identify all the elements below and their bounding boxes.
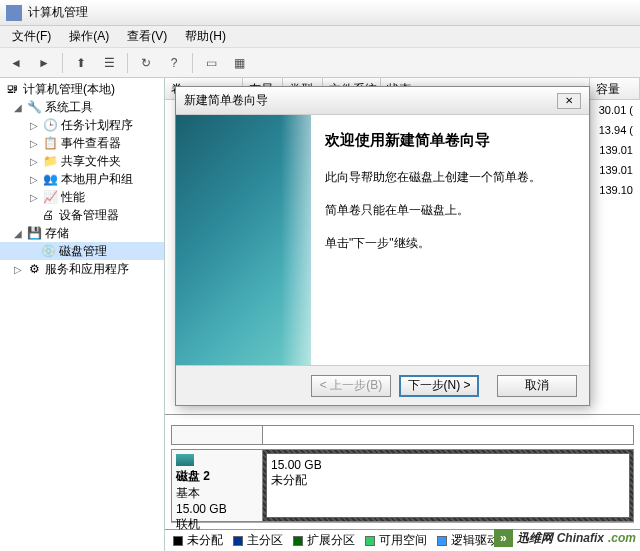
menu-action[interactable]: 操作(A) [61,26,117,47]
tree-label: 本地用户和组 [61,171,133,188]
disk-kind: 基本 [176,486,200,500]
disk-row[interactable]: 磁盘 2 基本 15.00 GB 联机 15.00 GB 未分配 [171,449,634,523]
menubar: 文件(F) 操作(A) 查看(V) 帮助(H) [0,26,640,48]
refresh-icon[interactable]: ↻ [136,53,156,73]
watermark-brand: 迅维网 [517,530,553,547]
capacity-column: 30.01 ( 13.94 ( 139.01 139.01 139.10 [590,100,640,408]
partition-size: 15.00 GB [271,458,322,472]
wizard-titlebar[interactable]: 新建简单卷向导 ✕ [176,87,589,115]
disk-header[interactable]: 磁盘 2 基本 15.00 GB 联机 [171,449,263,522]
forward-icon[interactable]: ► [34,53,54,73]
partition-state: 未分配 [271,473,307,487]
menu-file[interactable]: 文件(F) [4,26,59,47]
close-button[interactable]: ✕ [557,93,581,109]
device-icon: 🖨 [40,207,56,223]
tree-label: 性能 [61,189,85,206]
window-title: 计算机管理 [28,4,88,21]
wizard-content: 欢迎使用新建简单卷向导 此向导帮助您在磁盘上创建一个简单卷。 简单卷只能在单一磁… [311,115,589,365]
separator [62,53,63,73]
swatch-free [365,536,375,546]
collapse-icon[interactable]: ◢ [12,228,23,239]
tree-scheduler[interactable]: ▷🕒任务计划程序 [0,116,164,134]
watermark-arrow-icon: » [494,529,513,547]
tree-systools[interactable]: ◢🔧系统工具 [0,98,164,116]
properties-icon[interactable]: ☰ [99,53,119,73]
back-button[interactable]: < 上一步(B) [311,375,391,397]
watermark-brand: Chinafix [557,531,604,545]
folder-icon: 📁 [42,153,58,169]
menu-help[interactable]: 帮助(H) [177,26,234,47]
tree-label: 系统工具 [45,99,93,116]
next-button[interactable]: 下一步(N) > [399,375,479,397]
toolbar: ◄ ► ⬆ ☰ ↻ ? ▭ ▦ [0,48,640,78]
tree-sharedfolders[interactable]: ▷📁共享文件夹 [0,152,164,170]
tree-storage[interactable]: ◢💾存储 [0,224,164,242]
disk-icon [176,454,194,466]
services-icon: ⚙ [26,261,42,277]
tree-root[interactable]: 🖳计算机管理(本地) [0,80,164,98]
legend-label: 主分区 [247,532,283,549]
new-simple-volume-wizard: 新建简单卷向导 ✕ 欢迎使用新建简单卷向导 此向导帮助您在磁盘上创建一个简单卷。… [175,86,590,406]
detail-icon[interactable]: ▦ [229,53,249,73]
storage-icon: 💾 [26,225,42,241]
expand-icon[interactable]: ▷ [28,174,39,185]
disk-icon: 💿 [40,243,56,259]
up-icon[interactable]: ⬆ [71,53,91,73]
tree-label: 计算机管理(本地) [23,81,115,98]
computer-icon: 🖳 [4,81,20,97]
disk-partition-unallocated[interactable]: 15.00 GB 未分配 [263,449,634,522]
tree-label: 设备管理器 [59,207,119,224]
disk-size: 15.00 GB [176,502,227,516]
wizard-button-row: < 上一步(B) 下一步(N) > 取消 [176,365,589,405]
clock-icon: 🕒 [42,117,58,133]
menu-view[interactable]: 查看(V) [119,26,175,47]
tree-label: 磁盘管理 [59,243,107,260]
wizard-text: 简单卷只能在单一磁盘上。 [325,201,575,220]
help-icon[interactable]: ? [164,53,184,73]
wizard-sidebar-graphic [176,115,311,365]
wizard-text: 此向导帮助您在磁盘上创建一个简单卷。 [325,168,575,187]
tree-label: 共享文件夹 [61,153,121,170]
legend-label: 可用空间 [379,532,427,549]
navigation-tree[interactable]: 🖳计算机管理(本地) ◢🔧系统工具 ▷🕒任务计划程序 ▷📋事件查看器 ▷📁共享文… [0,78,165,551]
tree-label: 事件查看器 [61,135,121,152]
tools-icon: 🔧 [26,99,42,115]
list-icon[interactable]: ▭ [201,53,221,73]
app-icon [6,5,22,21]
expand-icon[interactable]: ▷ [28,192,39,203]
expand-icon[interactable]: ▷ [12,264,23,275]
swatch-logical [437,536,447,546]
collapse-icon[interactable]: ◢ [12,102,23,113]
tree-localusers[interactable]: ▷👥本地用户和组 [0,170,164,188]
users-icon: 👥 [42,171,58,187]
swatch-unalloc [173,536,183,546]
swatch-extended [293,536,303,546]
disk-name: 磁盘 2 [176,469,210,483]
tree-diskmgmt[interactable]: 💿磁盘管理 [0,242,164,260]
cap-value: 139.01 [591,160,639,180]
col-capacity[interactable]: 容量 [590,78,640,99]
tree-performance[interactable]: ▷📈性能 [0,188,164,206]
expand-icon[interactable]: ▷ [28,120,39,131]
separator [192,53,193,73]
tree-eventviewer[interactable]: ▷📋事件查看器 [0,134,164,152]
back-icon[interactable]: ◄ [6,53,26,73]
wizard-heading: 欢迎使用新建简单卷向导 [325,131,575,150]
tree-services[interactable]: ▷⚙服务和应用程序 [0,260,164,278]
swatch-primary [233,536,243,546]
expand-icon[interactable]: ▷ [28,138,39,149]
cap-value: 139.01 [591,140,639,160]
separator [127,53,128,73]
watermark-tld: .com [608,531,636,545]
tree-devmgr[interactable]: 🖨设备管理器 [0,206,164,224]
tree-label: 存储 [45,225,69,242]
cancel-button[interactable]: 取消 [497,375,577,397]
perf-icon: 📈 [42,189,58,205]
cap-value: 139.10 [591,180,639,200]
wizard-title: 新建简单卷向导 [184,92,268,109]
legend-label: 扩展分区 [307,532,355,549]
expand-icon[interactable]: ▷ [28,156,39,167]
legend-label: 未分配 [187,532,223,549]
cap-value: 13.94 ( [591,120,639,140]
watermark: » 迅维网 Chinafix.com [494,529,636,547]
